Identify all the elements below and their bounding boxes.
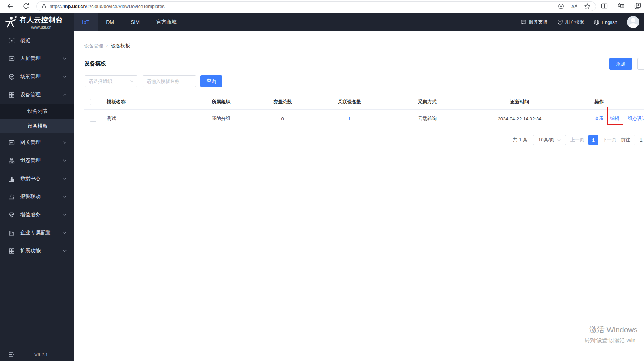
datacenter-icon: [9, 176, 15, 182]
lock-icon[interactable]: [41, 4, 47, 9]
breadcrumb-device-mgmt[interactable]: 设备管理: [84, 43, 103, 49]
brand-title: 有人云控制台: [20, 15, 63, 25]
sidebar-item-value-added[interactable]: 增值服务: [0, 206, 74, 224]
tab-iot[interactable]: IoT: [74, 13, 98, 31]
batch-button-partial[interactable]: 批: [637, 58, 644, 70]
favorite-star-icon[interactable]: [584, 3, 590, 9]
location-icon[interactable]: [558, 3, 564, 9]
cell-linked-devices: 1: [319, 116, 380, 121]
chevron-down-icon: [63, 159, 67, 162]
language-menu[interactable]: English: [594, 19, 617, 25]
page-size-select[interactable]: 10条/页: [533, 135, 566, 145]
goto-page-input[interactable]: [634, 135, 644, 145]
cell-actions: 查看 编辑 组态设计: [565, 115, 644, 122]
sidebar-item-enterprise-config[interactable]: 企业专属配置: [0, 224, 74, 242]
permission-menu[interactable]: 用户权限: [557, 19, 584, 25]
back-icon[interactable]: [7, 3, 14, 10]
avatar[interactable]: [627, 16, 639, 28]
select-chevron-icon: [130, 80, 134, 82]
breadcrumb-separator: ›: [106, 43, 108, 49]
breadcrumb-device-template: 设备模板: [111, 43, 130, 49]
cell-collect-mode: 云端轮询: [380, 115, 474, 122]
query-button[interactable]: 查询: [200, 75, 222, 87]
brand[interactable]: 有人云控制台 www.usr.cn: [0, 15, 74, 29]
browser-toolbar: https://mp.usr.cn/#/cloud/device/ViewDev…: [0, 0, 644, 13]
sidebar-item-alarm-linkage[interactable]: 报警联动: [0, 188, 74, 206]
sidebar-item-gateway-mgmt[interactable]: 网关管理: [0, 133, 74, 151]
breadcrumb: 设备管理 › 设备模板: [84, 43, 130, 49]
collapse-icon[interactable]: [9, 352, 15, 357]
scada-design-link[interactable]: 组态设计: [628, 115, 644, 122]
sidebar-item-data-center[interactable]: 数据中心: [0, 170, 74, 188]
brand-subtitle: www.usr.cn: [31, 25, 51, 29]
col-organization: 所属组织: [196, 99, 246, 105]
scene-icon: [9, 74, 15, 80]
tab-dm[interactable]: DM: [98, 13, 122, 31]
view-link[interactable]: 查看: [594, 115, 604, 122]
col-updated-at: 更新时间: [474, 99, 565, 105]
prev-page-button[interactable]: 上一页: [570, 137, 584, 143]
col-collect-mode: 采集方式: [380, 99, 474, 105]
read-aloud-icon[interactable]: A: [571, 4, 577, 9]
next-page-button[interactable]: 下一页: [602, 137, 617, 143]
select-all-checkbox[interactable]: [90, 99, 96, 105]
edit-link-wrapper: 编辑: [610, 115, 619, 122]
tab-sim[interactable]: SIM: [122, 13, 148, 31]
cell-organization: 我的分组: [196, 115, 246, 122]
split-screen-icon[interactable]: [601, 3, 608, 9]
sidebar-item-screen-mgmt[interactable]: 大屏管理: [0, 50, 74, 68]
favorites-bar-icon[interactable]: [618, 3, 624, 9]
cell-template-name: 测试: [102, 115, 196, 122]
enterprise-icon: [9, 230, 15, 236]
vas-icon: [9, 212, 15, 218]
cell-updated-at: 2024-04-22 14:02:34: [474, 116, 565, 121]
sidebar: 概览 大屏管理 场景管理 设备管理 设备列表 设备模板 网关管理 组态管理 数据…: [0, 31, 74, 363]
add-button[interactable]: 添加: [609, 58, 632, 70]
chevron-down-icon: [63, 178, 67, 180]
scada-icon: [9, 158, 15, 164]
chevron-down-icon: [63, 76, 67, 78]
sidebar-item-extensions[interactable]: 扩展功能: [0, 242, 74, 260]
template-name-field[interactable]: [143, 75, 196, 87]
screen-icon: [9, 56, 15, 62]
tab-mall[interactable]: 官方商城: [148, 13, 185, 31]
browser-actions: [601, 3, 643, 9]
extension-icon: [9, 248, 15, 254]
sidebar-item-device-template[interactable]: 设备模板: [0, 119, 74, 133]
address-bar[interactable]: https://mp.usr.cn/#/cloud/device/ViewDev…: [36, 1, 596, 11]
linked-devices-link[interactable]: 1: [348, 116, 351, 121]
chevron-down-icon: [63, 214, 67, 216]
sidebar-item-device-list[interactable]: 设备列表: [0, 104, 74, 119]
edit-link[interactable]: 编辑: [610, 116, 619, 121]
row-checkbox[interactable]: [90, 116, 96, 122]
template-name-input[interactable]: [143, 76, 196, 87]
current-page-button[interactable]: 1: [588, 135, 598, 145]
sidebar-item-scene-mgmt[interactable]: 场景管理: [0, 68, 74, 86]
device-icon: [9, 92, 15, 98]
sidebar-item-scada-mgmt[interactable]: 组态管理: [0, 151, 74, 170]
org-select[interactable]: 请选择组织: [85, 75, 137, 87]
chevron-down-icon: [63, 57, 67, 60]
col-variable-total: 变量总数: [246, 99, 319, 105]
url-text[interactable]: https://mp.usr.cn/#/cloud/device/ViewDev…: [50, 4, 551, 9]
bottom-strip: [0, 361, 644, 363]
table-row: 测试 我的分组 0 1 云端轮询 2024-04-22 14:02:34 查看 …: [84, 110, 644, 128]
sidebar-item-overview[interactable]: 概览: [0, 31, 74, 50]
pagination: 共 1 条 10条/页 上一页 1 下一页 前往: [84, 135, 644, 145]
total-count: 共 1 条: [513, 137, 528, 143]
chevron-down-icon: [63, 250, 67, 252]
top-tabs: IoT DM SIM 官方商城: [74, 13, 185, 31]
goto-label: 前往: [621, 137, 630, 143]
select-chevron-icon: [557, 139, 561, 141]
sidebar-item-device-mgmt[interactable]: 设备管理: [0, 86, 74, 104]
windows-activation-hint: 转到“设置”以激活 Win: [585, 337, 635, 344]
page-title: 设备模板: [84, 60, 106, 67]
chevron-down-icon: [63, 141, 67, 144]
sidebar-footer: V6.2.1: [0, 347, 74, 362]
gateway-icon: [9, 140, 15, 146]
brand-logo-icon: [4, 16, 17, 29]
support-menu[interactable]: 服务支持: [521, 19, 547, 25]
collections-icon[interactable]: [634, 3, 641, 9]
refresh-icon[interactable]: [22, 3, 30, 10]
globe-icon: [594, 19, 599, 25]
